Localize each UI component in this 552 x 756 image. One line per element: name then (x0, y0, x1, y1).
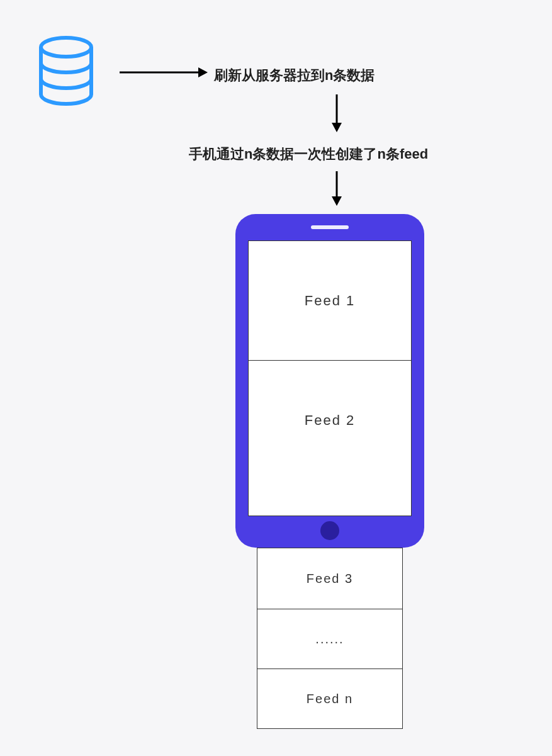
feed-item: Feed n (257, 669, 403, 729)
step2-label: 手机通过n条数据一次性创建了n条feed (189, 145, 428, 164)
phone-home-button-icon (320, 521, 339, 540)
svg-marker-2 (198, 67, 208, 77)
phone-speaker-icon (311, 225, 349, 229)
feed-label: ...... (315, 632, 344, 646)
svg-marker-4 (332, 123, 342, 132)
phone-device: Feed 1 Feed 2 (235, 214, 424, 548)
feed-item: Feed 3 (257, 548, 403, 609)
feed-item: ...... (257, 609, 403, 669)
arrow-down-icon (327, 171, 346, 208)
feed-item: Feed 1 (249, 241, 411, 361)
arrow-right-icon (120, 63, 208, 84)
feed-label: Feed 2 (305, 412, 356, 429)
phone-screen: Feed 1 Feed 2 (248, 240, 412, 516)
feed-label: Feed 1 (305, 293, 356, 309)
step1-label: 刷新从服务器拉到n条数据 (214, 66, 375, 85)
feed-label: Feed 3 (307, 572, 353, 586)
feed-label: Feed n (307, 692, 353, 706)
svg-point-0 (41, 38, 91, 57)
svg-marker-6 (332, 196, 342, 206)
feed-overflow-list: Feed 3 ...... Feed n (257, 548, 403, 729)
arrow-down-icon (327, 94, 346, 135)
database-icon (38, 35, 94, 113)
feed-item: Feed 2 (249, 361, 411, 480)
